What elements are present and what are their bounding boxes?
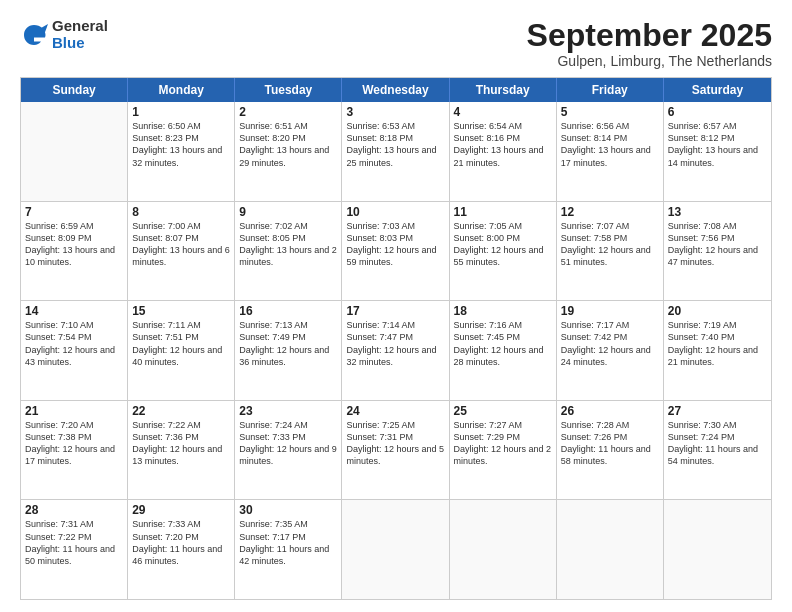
day-number: 8 (132, 205, 230, 219)
cell-info: Sunrise: 6:50 AM Sunset: 8:23 PM Dayligh… (132, 120, 230, 169)
calendar-cell: 16Sunrise: 7:13 AM Sunset: 7:49 PM Dayli… (235, 301, 342, 400)
day-number: 18 (454, 304, 552, 318)
calendar-cell: 29Sunrise: 7:33 AM Sunset: 7:20 PM Dayli… (128, 500, 235, 599)
calendar-cell: 8Sunrise: 7:00 AM Sunset: 8:07 PM Daylig… (128, 202, 235, 301)
header-day-monday: Monday (128, 78, 235, 102)
cell-info: Sunrise: 7:17 AM Sunset: 7:42 PM Dayligh… (561, 319, 659, 368)
calendar-cell: 17Sunrise: 7:14 AM Sunset: 7:47 PM Dayli… (342, 301, 449, 400)
cell-info: Sunrise: 7:02 AM Sunset: 8:05 PM Dayligh… (239, 220, 337, 269)
logo-general: General (52, 18, 108, 35)
day-number: 6 (668, 105, 767, 119)
day-number: 10 (346, 205, 444, 219)
calendar-cell: 5Sunrise: 6:56 AM Sunset: 8:14 PM Daylig… (557, 102, 664, 201)
day-number: 1 (132, 105, 230, 119)
logo-icon (20, 21, 48, 49)
calendar-cell: 4Sunrise: 6:54 AM Sunset: 8:16 PM Daylig… (450, 102, 557, 201)
calendar-page: General Blue September 2025 Gulpen, Limb… (0, 0, 792, 612)
logo: General Blue (20, 18, 108, 51)
cell-info: Sunrise: 6:51 AM Sunset: 8:20 PM Dayligh… (239, 120, 337, 169)
calendar-row-2: 7Sunrise: 6:59 AM Sunset: 8:09 PM Daylig… (21, 201, 771, 301)
calendar-cell: 28Sunrise: 7:31 AM Sunset: 7:22 PM Dayli… (21, 500, 128, 599)
calendar-cell: 26Sunrise: 7:28 AM Sunset: 7:26 PM Dayli… (557, 401, 664, 500)
calendar-cell: 6Sunrise: 6:57 AM Sunset: 8:12 PM Daylig… (664, 102, 771, 201)
cell-info: Sunrise: 7:31 AM Sunset: 7:22 PM Dayligh… (25, 518, 123, 567)
cell-info: Sunrise: 6:53 AM Sunset: 8:18 PM Dayligh… (346, 120, 444, 169)
day-number: 20 (668, 304, 767, 318)
day-number: 27 (668, 404, 767, 418)
calendar-cell: 7Sunrise: 6:59 AM Sunset: 8:09 PM Daylig… (21, 202, 128, 301)
cell-info: Sunrise: 7:03 AM Sunset: 8:03 PM Dayligh… (346, 220, 444, 269)
cell-info: Sunrise: 7:14 AM Sunset: 7:47 PM Dayligh… (346, 319, 444, 368)
calendar-row-1: 1Sunrise: 6:50 AM Sunset: 8:23 PM Daylig… (21, 102, 771, 201)
day-number: 4 (454, 105, 552, 119)
day-number: 16 (239, 304, 337, 318)
calendar-cell: 1Sunrise: 6:50 AM Sunset: 8:23 PM Daylig… (128, 102, 235, 201)
calendar-cell: 22Sunrise: 7:22 AM Sunset: 7:36 PM Dayli… (128, 401, 235, 500)
cell-info: Sunrise: 7:27 AM Sunset: 7:29 PM Dayligh… (454, 419, 552, 468)
calendar-cell: 3Sunrise: 6:53 AM Sunset: 8:18 PM Daylig… (342, 102, 449, 201)
calendar-cell: 20Sunrise: 7:19 AM Sunset: 7:40 PM Dayli… (664, 301, 771, 400)
calendar-row-4: 21Sunrise: 7:20 AM Sunset: 7:38 PM Dayli… (21, 400, 771, 500)
cell-info: Sunrise: 7:07 AM Sunset: 7:58 PM Dayligh… (561, 220, 659, 269)
logo-text: General Blue (52, 18, 108, 51)
calendar-cell: 19Sunrise: 7:17 AM Sunset: 7:42 PM Dayli… (557, 301, 664, 400)
calendar-cell: 21Sunrise: 7:20 AM Sunset: 7:38 PM Dayli… (21, 401, 128, 500)
day-number: 9 (239, 205, 337, 219)
day-number: 5 (561, 105, 659, 119)
cell-info: Sunrise: 7:19 AM Sunset: 7:40 PM Dayligh… (668, 319, 767, 368)
cell-info: Sunrise: 7:24 AM Sunset: 7:33 PM Dayligh… (239, 419, 337, 468)
day-number: 19 (561, 304, 659, 318)
calendar-cell: 27Sunrise: 7:30 AM Sunset: 7:24 PM Dayli… (664, 401, 771, 500)
day-number: 3 (346, 105, 444, 119)
day-number: 29 (132, 503, 230, 517)
calendar-row-5: 28Sunrise: 7:31 AM Sunset: 7:22 PM Dayli… (21, 499, 771, 599)
calendar-cell (557, 500, 664, 599)
calendar-cell (664, 500, 771, 599)
day-number: 13 (668, 205, 767, 219)
calendar-body: 1Sunrise: 6:50 AM Sunset: 8:23 PM Daylig… (21, 102, 771, 599)
cell-info: Sunrise: 7:33 AM Sunset: 7:20 PM Dayligh… (132, 518, 230, 567)
header: General Blue September 2025 Gulpen, Limb… (20, 18, 772, 69)
calendar-cell: 14Sunrise: 7:10 AM Sunset: 7:54 PM Dayli… (21, 301, 128, 400)
calendar-cell: 23Sunrise: 7:24 AM Sunset: 7:33 PM Dayli… (235, 401, 342, 500)
cell-info: Sunrise: 7:30 AM Sunset: 7:24 PM Dayligh… (668, 419, 767, 468)
day-number: 15 (132, 304, 230, 318)
day-number: 22 (132, 404, 230, 418)
header-day-wednesday: Wednesday (342, 78, 449, 102)
header-day-sunday: Sunday (21, 78, 128, 102)
cell-info: Sunrise: 6:59 AM Sunset: 8:09 PM Dayligh… (25, 220, 123, 269)
cell-info: Sunrise: 7:16 AM Sunset: 7:45 PM Dayligh… (454, 319, 552, 368)
calendar-cell: 24Sunrise: 7:25 AM Sunset: 7:31 PM Dayli… (342, 401, 449, 500)
calendar-cell: 12Sunrise: 7:07 AM Sunset: 7:58 PM Dayli… (557, 202, 664, 301)
cell-info: Sunrise: 6:57 AM Sunset: 8:12 PM Dayligh… (668, 120, 767, 169)
cell-info: Sunrise: 6:56 AM Sunset: 8:14 PM Dayligh… (561, 120, 659, 169)
calendar-cell: 15Sunrise: 7:11 AM Sunset: 7:51 PM Dayli… (128, 301, 235, 400)
calendar-cell (450, 500, 557, 599)
day-number: 14 (25, 304, 123, 318)
calendar-cell: 9Sunrise: 7:02 AM Sunset: 8:05 PM Daylig… (235, 202, 342, 301)
calendar-cell: 11Sunrise: 7:05 AM Sunset: 8:00 PM Dayli… (450, 202, 557, 301)
cell-info: Sunrise: 7:35 AM Sunset: 7:17 PM Dayligh… (239, 518, 337, 567)
day-number: 23 (239, 404, 337, 418)
calendar-header: SundayMondayTuesdayWednesdayThursdayFrid… (21, 78, 771, 102)
cell-info: Sunrise: 7:11 AM Sunset: 7:51 PM Dayligh… (132, 319, 230, 368)
day-number: 30 (239, 503, 337, 517)
day-number: 7 (25, 205, 123, 219)
cell-info: Sunrise: 7:08 AM Sunset: 7:56 PM Dayligh… (668, 220, 767, 269)
day-number: 17 (346, 304, 444, 318)
header-day-saturday: Saturday (664, 78, 771, 102)
calendar-cell (342, 500, 449, 599)
day-number: 28 (25, 503, 123, 517)
day-number: 2 (239, 105, 337, 119)
calendar-cell: 2Sunrise: 6:51 AM Sunset: 8:20 PM Daylig… (235, 102, 342, 201)
day-number: 11 (454, 205, 552, 219)
header-day-friday: Friday (557, 78, 664, 102)
day-number: 26 (561, 404, 659, 418)
calendar-cell: 10Sunrise: 7:03 AM Sunset: 8:03 PM Dayli… (342, 202, 449, 301)
month-title: September 2025 (527, 18, 772, 53)
cell-info: Sunrise: 7:28 AM Sunset: 7:26 PM Dayligh… (561, 419, 659, 468)
calendar-cell (21, 102, 128, 201)
calendar-cell: 18Sunrise: 7:16 AM Sunset: 7:45 PM Dayli… (450, 301, 557, 400)
calendar-row-3: 14Sunrise: 7:10 AM Sunset: 7:54 PM Dayli… (21, 300, 771, 400)
cell-info: Sunrise: 6:54 AM Sunset: 8:16 PM Dayligh… (454, 120, 552, 169)
